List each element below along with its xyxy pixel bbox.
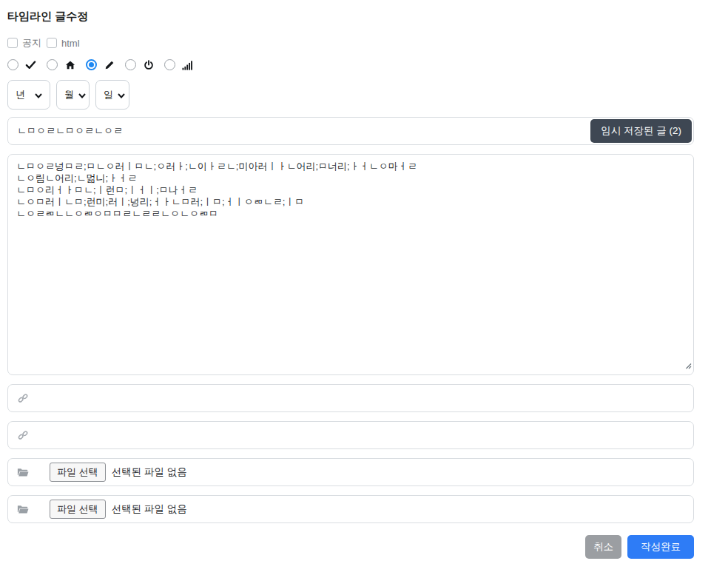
pencil-icon: [104, 59, 115, 70]
link-icon: [17, 393, 29, 403]
notice-checkbox[interactable]: 공지: [7, 36, 41, 50]
chevron-down-icon: [113, 90, 125, 101]
file-status-text: 선택된 파일 없음: [112, 466, 187, 479]
file-status-text: 선택된 파일 없음: [112, 503, 187, 516]
signal-icon: [182, 59, 193, 70]
radio-option-home[interactable]: [47, 59, 75, 70]
radio-button[interactable]: [47, 59, 58, 70]
notice-checkbox-label: 공지: [22, 36, 41, 50]
radio-option-check[interactable]: [7, 59, 36, 70]
cancel-button[interactable]: 취소: [585, 535, 621, 559]
file-input-row-2: 파일 선택 선택된 파일 없음: [7, 495, 694, 523]
edit-form: 타임라인 글수정 공지 html: [0, 0, 694, 559]
radio-option-pencil[interactable]: [86, 59, 115, 70]
html-checkbox[interactable]: html: [47, 38, 80, 49]
content-textarea[interactable]: ㄴㅁㅇㄹ넝ㅁㄹ;ㅁㄴㅇ러ㅣㅁㄴ;ㅇ러ㅏ;ㄴ이ㅏㄹㄴ;미아러ㅣㅏㄴ어리;ㅁ너리;ㅏ…: [7, 154, 694, 375]
radio-button[interactable]: [164, 59, 175, 70]
chevron-down-icon: [30, 90, 42, 101]
url-input-1[interactable]: [36, 387, 684, 409]
power-icon: [143, 59, 154, 70]
flag-checkbox-row: 공지 html: [7, 36, 694, 50]
month-select[interactable]: 월: [56, 80, 90, 110]
saved-drafts-button[interactable]: 임시 저장된 글 (2): [590, 119, 692, 143]
url-input-2[interactable]: [36, 424, 684, 446]
check-icon: [25, 59, 36, 70]
content-textarea-wrap: ㄴㅁㅇㄹ넝ㅁㄹ;ㅁㄴㅇ러ㅣㅁㄴ;ㅇ러ㅏ;ㄴ이ㅏㄹㄴ;미아러ㅣㅏㄴ어리;ㅁ너리;ㅏ…: [7, 154, 694, 375]
date-select-row: 년 월 일: [7, 80, 694, 110]
html-checkbox-label: html: [61, 38, 80, 49]
checkbox-icon[interactable]: [47, 38, 57, 48]
day-select-value: 일: [104, 88, 113, 101]
year-select-value: 년: [16, 88, 25, 101]
file-select-button[interactable]: 파일 선택: [50, 463, 106, 482]
link-icon: [17, 430, 29, 440]
url-input-row-1: [7, 384, 694, 412]
file-select-button[interactable]: 파일 선택: [50, 500, 106, 519]
category-radio-row: [7, 59, 694, 70]
page-title: 타임라인 글수정: [7, 10, 694, 24]
radio-button[interactable]: [86, 59, 97, 70]
folder-open-icon: [17, 505, 29, 514]
checkbox-icon[interactable]: [7, 38, 18, 48]
radio-option-power[interactable]: [125, 59, 154, 70]
folder-open-icon: [17, 468, 29, 477]
file-input-row-1: 파일 선택 선택된 파일 없음: [7, 458, 694, 486]
submit-button[interactable]: 작성완료: [627, 535, 694, 559]
chevron-down-icon: [74, 90, 86, 101]
radio-button[interactable]: [125, 59, 136, 70]
title-input-row: 임시 저장된 글 (2): [7, 117, 694, 145]
footer-actions: 취소 작성완료: [7, 535, 694, 559]
month-select-value: 월: [64, 88, 74, 101]
url-input-row-2: [7, 421, 694, 449]
radio-option-signal[interactable]: [164, 59, 193, 70]
home-icon: [64, 59, 75, 70]
radio-button[interactable]: [7, 59, 18, 70]
year-select[interactable]: 년: [7, 80, 50, 110]
day-select[interactable]: 일: [95, 80, 129, 110]
